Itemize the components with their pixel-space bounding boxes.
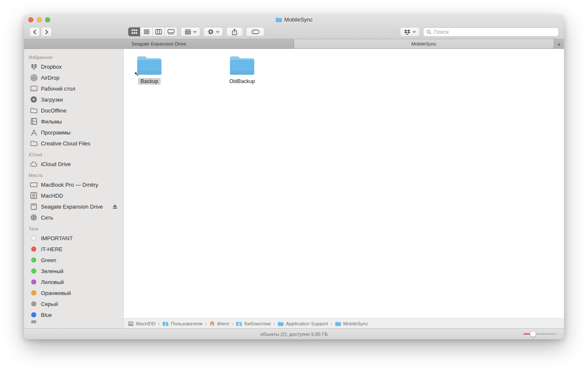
share-button[interactable] — [226, 27, 243, 37]
sidebar-item-icloud-drive[interactable]: iCloud Drive — [24, 158, 123, 169]
globe-icon — [30, 214, 38, 221]
dropbox-icon — [404, 29, 410, 35]
download-icon — [30, 96, 38, 103]
slider-thumb[interactable] — [530, 331, 536, 337]
folder-icon — [335, 321, 341, 326]
eject-icon[interactable] — [112, 204, 118, 209]
icon-size-slider[interactable] — [523, 333, 556, 335]
chevron-left-icon — [33, 29, 37, 35]
window-title: MobileSync — [24, 16, 564, 23]
column-view-icon — [155, 29, 162, 35]
folder-icon — [275, 17, 282, 22]
path-segment-library[interactable]: Библиотеки — [236, 321, 270, 326]
column-view-button[interactable] — [153, 27, 165, 36]
sidebar-tag-sery[interactable]: Серый — [24, 298, 123, 309]
path-separator: › — [205, 321, 207, 327]
sidebar-tag-lilovy[interactable]: Лиловый — [24, 276, 123, 287]
file-label: OldBackup — [227, 78, 257, 85]
tab-mobilesync[interactable]: MobileSync — [294, 39, 554, 48]
applications-icon — [30, 129, 38, 136]
search-icon — [426, 29, 432, 35]
search-field[interactable] — [423, 27, 559, 37]
sidebar: Избранное Dropbox AirDrop Рабочий стол З… — [24, 49, 124, 328]
sidebar-item-docoffline[interactable]: DocOffline — [24, 105, 123, 116]
sidebar-tag-it-here[interactable]: IT-HERE — [24, 244, 123, 255]
tab-bar: Seagate Expansion Drive MobileSync + — [24, 39, 564, 49]
sidebar-section-icloud: iCloud — [24, 149, 123, 158]
gallery-view-icon — [167, 29, 175, 35]
status-text: объекты (2); доступно 5,85 ГБ — [260, 332, 328, 337]
icon-view-button[interactable] — [128, 27, 140, 36]
path-segment-ithere[interactable]: ithere — [209, 321, 229, 326]
list-view-button[interactable] — [140, 27, 153, 36]
tag-circle-icon — [31, 312, 36, 317]
internal-drive-icon — [128, 321, 134, 326]
window-header: MobileSync — [24, 15, 564, 39]
path-separator: › — [331, 321, 332, 327]
gallery-view-button[interactable] — [165, 27, 177, 36]
sidebar-item-machdd[interactable]: MacHDD — [24, 190, 123, 201]
internal-drive-icon — [30, 192, 38, 199]
sidebar-item-downloads[interactable]: Загрузки — [24, 94, 123, 105]
chevron-down-icon — [216, 31, 219, 33]
dropbox-menu-button[interactable] — [400, 27, 420, 37]
view-mode-segmented-control — [128, 27, 178, 37]
sidebar-item-creative-cloud-files[interactable]: Creative Cloud Files — [24, 138, 123, 149]
group-by-button[interactable] — [181, 27, 200, 37]
file-content-area[interactable]: Backup OldBackup — [124, 49, 564, 318]
file-item-oldbackup[interactable]: OldBackup — [219, 55, 265, 85]
tag-circle-icon — [31, 301, 36, 306]
sidebar-tag-important[interactable]: IMPORTANT — [24, 233, 123, 244]
laptop-icon — [30, 181, 38, 188]
library-folder-icon — [236, 321, 242, 326]
sidebar-item-dropbox[interactable]: Dropbox — [24, 61, 123, 72]
titlebar[interactable]: MobileSync — [24, 15, 564, 25]
back-button[interactable] — [29, 27, 40, 37]
chevron-down-icon — [193, 31, 197, 33]
path-segment-mobilesync[interactable]: MobileSync — [335, 321, 368, 326]
new-tab-button[interactable]: + — [554, 39, 564, 48]
cloud-icon — [30, 160, 38, 168]
sidebar-tag-oranzhevy[interactable]: Оранжевый — [24, 287, 123, 298]
sidebar-item-seagate-expansion-drive[interactable]: Seagate Expansion Drive — [24, 201, 123, 212]
sidebar-section-tags: Теги — [24, 223, 123, 233]
path-segment-users[interactable]: Пользователи — [162, 321, 202, 326]
icon-view-icon — [131, 29, 138, 35]
finder-window: MobileSync — [24, 15, 564, 339]
tags-button[interactable] — [246, 27, 264, 37]
sidebar-item-applications[interactable]: Программы — [24, 127, 123, 138]
tag-circle-icon — [31, 320, 36, 323]
sidebar-item-movies[interactable]: Фильмы — [24, 116, 123, 127]
sidebar-item-macbook-pro[interactable]: MacBook Pro — Dmitry — [24, 179, 123, 190]
search-input[interactable] — [434, 29, 556, 35]
sidebar-item-network[interactable]: Сеть — [24, 212, 123, 223]
film-icon — [30, 118, 38, 125]
file-label: Backup — [138, 78, 161, 85]
sidebar-tag-partial[interactable] — [24, 320, 123, 323]
path-segment-machdd[interactable]: MacHDD — [128, 321, 156, 326]
action-menu-button[interactable] — [203, 27, 223, 37]
chevron-right-icon — [45, 29, 49, 35]
folder-icon — [136, 55, 162, 76]
external-drive-icon — [30, 203, 38, 210]
dropbox-icon — [30, 63, 38, 70]
sidebar-tag-blue[interactable]: Blue — [24, 309, 123, 320]
sidebar-tag-zeleny[interactable]: Зеленый — [24, 265, 123, 276]
tab-seagate-expansion-drive[interactable]: Seagate Expansion Drive — [24, 39, 294, 48]
path-segment-application-support[interactable]: Application Support — [278, 321, 328, 326]
tag-circle-icon — [31, 247, 36, 252]
list-view-icon — [143, 29, 150, 35]
tag-icon — [251, 29, 259, 34]
alias-arrow-icon — [134, 72, 140, 77]
sidebar-item-airdrop[interactable]: AirDrop — [24, 72, 123, 83]
chevron-down-icon — [413, 31, 416, 33]
status-bar: объекты (2); доступно 5,85 ГБ — [24, 328, 564, 339]
folder-icon — [30, 139, 38, 147]
folder-icon — [229, 55, 255, 76]
sidebar-tag-green[interactable]: Green — [24, 255, 123, 265]
forward-button[interactable] — [41, 27, 52, 37]
desktop-icon — [30, 85, 38, 92]
path-separator: › — [232, 321, 233, 327]
sidebar-item-desktop[interactable]: Рабочий стол — [24, 83, 123, 94]
file-item-backup[interactable]: Backup — [126, 55, 173, 85]
